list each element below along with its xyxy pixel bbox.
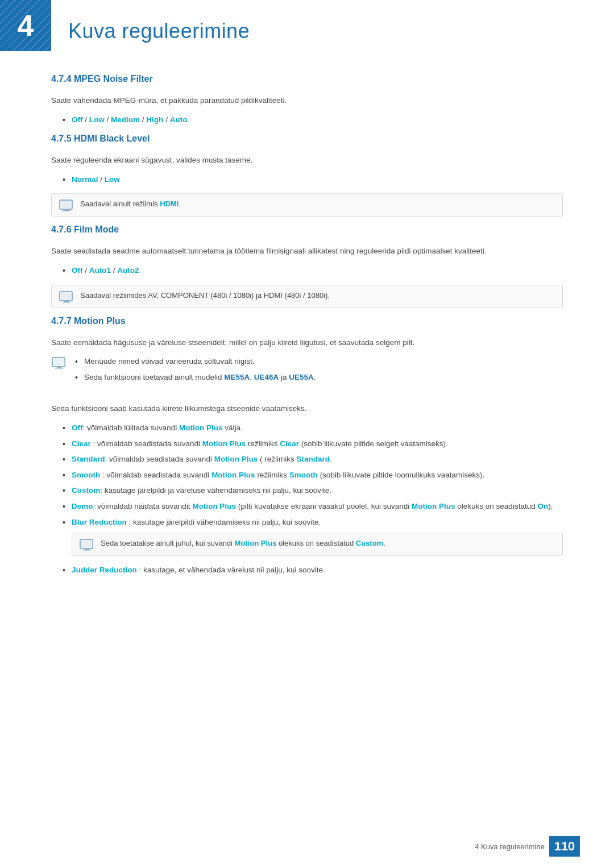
motion-intro: Seda funktsiooni saab kasutada kiirete l…: [51, 402, 563, 415]
model-ue46a: UE46A: [254, 373, 279, 381]
motion-smooth-ref2: Smooth: [289, 471, 318, 479]
motion-off-ref: Motion Plus: [179, 423, 223, 432]
chapter-number: 4: [18, 9, 34, 43]
note-icon-4-7-5: [59, 199, 74, 211]
blur-note-custom: Custom: [356, 539, 383, 547]
motion-item-judder: Judder Reduction : kasutage, et vähendad…: [63, 564, 563, 576]
opt-sep1: /: [85, 115, 89, 124]
motion-items-list: Off: võimaldab lülitada suvandi Motion P…: [51, 422, 563, 576]
section-heading-4-7-7: 4.7.7 Motion Plus: [51, 316, 563, 329]
motion-demo-ref3: On: [537, 502, 548, 510]
note-text-4-7-5: Saadaval ainult režiimis HDMI.: [80, 198, 181, 210]
section-4-7-6: 4.7.6 Film Mode Saate seadistada seadme …: [51, 225, 563, 308]
body-text-4-7-5: Saate reguleerida ekraani sügavust, vali…: [51, 154, 563, 167]
note-box-4-7-6: Saadaval režiimides AV, COMPONENT (480i …: [51, 285, 563, 308]
section-4-7-7: 4.7.7 Motion Plus Saate eemaldada hägusu…: [51, 316, 563, 576]
opt-sep4: /: [165, 115, 170, 124]
motion-smooth-ref1: Motion Plus: [211, 471, 255, 479]
opt-off: Off: [72, 115, 83, 124]
blur-note-box: Seda toetatakse ainult juhul, kui suvand…: [72, 533, 563, 556]
motion-item-off: Off: võimaldab lülitada suvandi Motion P…: [63, 422, 563, 434]
svg-rect-10: [85, 549, 89, 550]
motion-item-demo: Demo: võimaldab näidata suvandit Motion …: [63, 500, 563, 513]
model-me55a: ME55A: [224, 373, 250, 381]
options-item-4-7-6: Off / Auto1 / Auto2: [63, 264, 563, 277]
svg-rect-1: [64, 209, 69, 210]
body-text-4-7-4: Saate vähendada MPEG-müra, et pakkuda pa…: [51, 94, 563, 107]
options-item-4-7-5: Normal / Low: [63, 173, 563, 186]
blur-note-motion-plus: Motion Plus: [235, 539, 277, 547]
opt-high: High: [146, 115, 163, 124]
body-text-4-7-7: Saate eemaldada hägususe ja väreluse sts…: [51, 337, 563, 349]
note-icon-4-7-7: [51, 356, 67, 369]
motion-demo-label: Demo: [72, 502, 93, 510]
motion-item-custom: Custom: kasutage järelpildi ja väreluse …: [63, 484, 563, 497]
opt-auto2: Auto2: [117, 266, 139, 275]
opt-sep-film1: /: [85, 266, 89, 275]
motion-judder-label: Judder Reduction: [72, 566, 137, 574]
opt-low-hdmi: Low: [105, 175, 120, 184]
motion-note-2: Seda funktsiooni toetavad ainult mudelid…: [75, 371, 316, 384]
footer-chapter-label: 4 Kuva reguleerimine: [475, 842, 545, 851]
blur-note-icon: [79, 538, 95, 551]
body-text-4-7-6: Saate seadistada seadme automaatselt tun…: [51, 245, 563, 258]
svg-rect-5: [63, 302, 70, 303]
model-ue55a: UE55A: [289, 373, 314, 381]
footer-page-number: 110: [549, 836, 580, 857]
main-content: 4.7.4 MPEG Noise Filter Saate vähendada …: [0, 74, 614, 630]
section-4-7-5: 4.7.5 HDMI Black Level Saate reguleerida…: [51, 134, 563, 217]
opt-medium: Medium: [111, 115, 140, 124]
motion-item-clear: Clear : võimaldab seadistada suvandi Mot…: [63, 438, 563, 450]
options-list-4-7-6: Off / Auto1 / Auto2: [51, 264, 563, 277]
options-list-4-7-5: Normal / Low: [51, 173, 563, 186]
note-hdmi-bold: HDMI: [160, 200, 179, 208]
motion-blur-label: Blur Reduction: [72, 518, 127, 526]
svg-rect-2: [63, 210, 70, 211]
page-footer: 4 Kuva reguleerimine 110: [475, 836, 580, 857]
motion-notes-area: Menüüde nimed võivad varieeruda sõltuval…: [51, 355, 563, 394]
motion-off-label: Off: [72, 423, 83, 432]
motion-standard-ref1: Motion Plus: [214, 455, 258, 463]
note-text-4-7-6: Saadaval režiimides AV, COMPONENT (480i …: [80, 290, 330, 301]
opt-auto: Auto: [170, 115, 188, 124]
opt-sep: /: [100, 175, 105, 184]
motion-standard-label: Standard: [72, 455, 105, 463]
motion-demo-ref2: Motion Plus: [412, 502, 455, 510]
note-icon-4-7-6: [59, 290, 74, 303]
section-heading-4-7-6: 4.7.6 Film Mode: [51, 225, 563, 237]
svg-rect-11: [83, 550, 91, 551]
motion-notes-list: Menüüde nimed võivad varieeruda sõltuval…: [73, 355, 316, 387]
svg-rect-7: [57, 367, 61, 368]
page-wrapper: 4 Kuva reguleerimine 4.7.4 MPEG Noise Fi…: [0, 0, 614, 868]
opt-sep2: /: [107, 115, 111, 124]
section-4-7-4: 4.7.4 MPEG Noise Filter Saate vähendada …: [51, 74, 563, 126]
note-box-4-7-5: Saadaval ainult režiimis HDMI.: [51, 193, 563, 217]
svg-rect-4: [64, 301, 69, 302]
chapter-number-box: 4: [0, 0, 51, 51]
opt-low: Low: [89, 115, 105, 124]
motion-item-standard: Standard: võimaldab seadistada suvandi M…: [63, 453, 563, 466]
motion-clear-ref1: Motion Plus: [202, 439, 246, 448]
header-bar: 4 Kuva reguleerimine: [0, 0, 614, 51]
svg-rect-8: [55, 368, 63, 369]
options-list-4-7-4: Off / Low / Medium / High / Auto: [51, 114, 563, 126]
motion-clear-ref2: Clear: [280, 439, 299, 448]
section-heading-4-7-4: 4.7.4 MPEG Noise Filter: [51, 74, 563, 86]
motion-smooth-label: Smooth: [72, 471, 100, 479]
motion-clear-label: Clear: [72, 439, 91, 448]
motion-note-1: Menüüde nimed võivad varieeruda sõltuval…: [75, 355, 316, 368]
chapter-title: Kuva reguleerimine: [68, 19, 250, 43]
opt-normal: Normal: [72, 175, 98, 184]
chapter-title-area: Kuva reguleerimine: [51, 0, 250, 51]
blur-note-text: Seda toetatakse ainult juhul, kui suvand…: [101, 538, 385, 549]
motion-standard-ref2: Standard: [296, 455, 330, 463]
motion-item-blur: Blur Reduction : kasutage järelpildi väh…: [63, 516, 563, 556]
motion-item-smooth: Smooth : võimaldab seadistada suvandi Mo…: [63, 469, 563, 481]
motion-demo-ref1: Motion Plus: [192, 502, 236, 510]
section-heading-4-7-5: 4.7.5 HDMI Black Level: [51, 134, 563, 146]
opt-auto1: Auto1: [89, 266, 111, 275]
options-item-4-7-4: Off / Low / Medium / High / Auto: [63, 114, 563, 126]
opt-off-film: Off: [72, 266, 83, 275]
motion-custom-label: Custom: [72, 486, 100, 495]
